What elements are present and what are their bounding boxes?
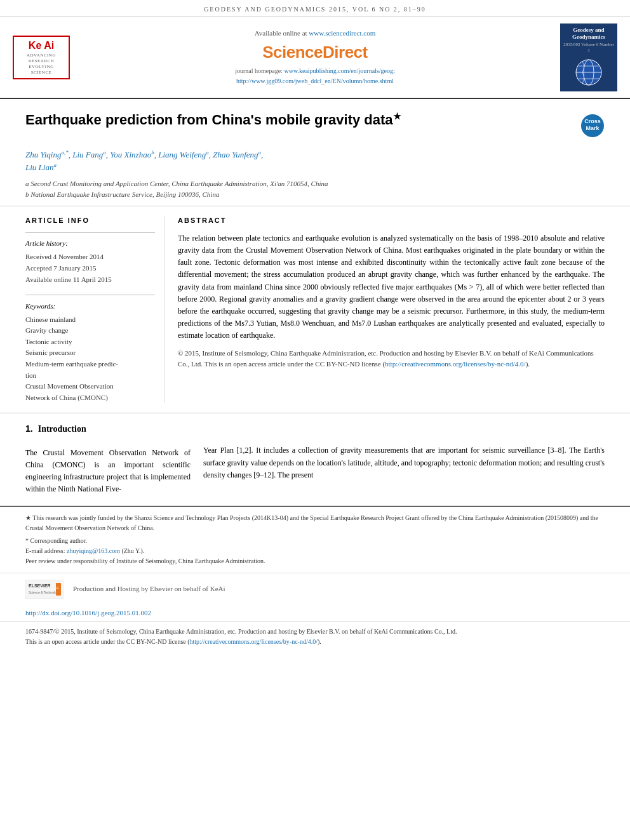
intro-left-col: 1. Introduction The Crustal Movement Obs…	[25, 423, 191, 495]
paper-title-section: Earthquake prediction from China's mobil…	[0, 99, 630, 206]
bottom-copyright: 1674-9847/© 2015, Institute of Seismolog…	[25, 628, 457, 635]
doi-line: http://dx.doi.org/10.1016/j.geog.2015.01…	[0, 605, 630, 621]
article-history: Article history: Received 4 November 201…	[25, 238, 155, 285]
intro-right-text: Year Plan [1,2]. It includes a collectio…	[203, 444, 605, 481]
section-number: 1.	[25, 423, 33, 436]
email-note: (Zhu Y.).	[121, 547, 144, 554]
keyword-4: Seismic precursor	[25, 347, 155, 359]
journal-cover: Geodesy and Geodynamics 2015/002 Volume …	[560, 23, 617, 91]
keyword-3: Tectonic activity	[25, 337, 155, 348]
keyword-1: Chinese mainland	[25, 314, 155, 326]
cover-title: Geodesy and Geodynamics	[563, 27, 614, 41]
ke-ai-logo: Ke Ai ADVANCING RESEARCH EVOLVING SCIENC…	[13, 36, 70, 79]
journal-links: journal homepage: www.keaipublishing.com…	[235, 66, 395, 86]
journal-link1[interactable]: www.keaipublishing.com/en/journals/geog	[284, 67, 393, 74]
keywords-label: Keywords:	[25, 302, 155, 311]
intro-right-col: Year Plan [1,2]. It includes a collectio…	[203, 423, 605, 495]
authors-line: Zhu Yiqinga,*, Liu Fanga, You Xinzhaob, …	[25, 149, 605, 173]
divider	[25, 232, 155, 233]
journal-link2[interactable]: http://www.jgg09.com/jweb_ddcl_en/EN/vol…	[236, 77, 394, 84]
star-footnote: ★ This research was jointly funded by th…	[25, 513, 605, 533]
cc-license-link[interactable]: http://creativecommons.org/licenses/by-n…	[385, 360, 526, 368]
divider2	[25, 295, 155, 295]
intro-left-text: The Crustal Movement Observation Network…	[25, 447, 191, 496]
keyword-2: Gravity change	[25, 325, 155, 337]
copyright-line: © 2015, Institute of Seismology, China E…	[178, 348, 605, 369]
logo-subtitle2: EVOLVING SCIENCE	[18, 64, 65, 76]
affiliation-b: b National Earthquake Infrastructure Ser…	[25, 189, 605, 200]
email-label: E-mail address:	[25, 547, 65, 554]
svg-text:Cross: Cross	[584, 118, 601, 124]
footnote-section: ★ This research was jointly funded by th…	[0, 506, 630, 573]
cover-vol: 2015/002 Volume 6 Number 2	[563, 42, 614, 55]
introduction-section: 1. Introduction The Crustal Movement Obs…	[0, 413, 630, 505]
keywords-section: Keywords: Chinese mainland Gravity chang…	[25, 302, 155, 403]
keyword-6: Crustal Movement Observation Network of …	[25, 381, 155, 403]
abstract-header: ABSTRACT	[178, 216, 605, 225]
article-info-col: ARTICLE INFO Article history: Received 4…	[25, 216, 165, 403]
svg-text:ELSEVIER: ELSEVIER	[29, 583, 51, 588]
keyword-5: Medium-term earthquake predic- tion	[25, 359, 155, 381]
email-link[interactable]: zhuyiqing@163.com	[67, 547, 120, 554]
bottom-bar: 1674-9847/© 2015, Institute of Seismolog…	[0, 621, 630, 652]
history-label: Article history:	[25, 238, 155, 250]
svg-text:Science & Technology: Science & Technology	[29, 590, 60, 594]
abstract-col: ABSTRACT The relation between plate tect…	[178, 216, 605, 403]
journal-info: GEODESY AND GEODYNAMICS 2015, VOL 6 NO 2…	[204, 6, 426, 13]
doi-link[interactable]: http://dx.doi.org/10.1016/j.geog.2015.01…	[25, 609, 151, 617]
svg-text:Mark: Mark	[586, 125, 600, 131]
crossmark-icon: Cross Mark	[580, 114, 605, 138]
svg-text:E: E	[57, 586, 59, 590]
logo-subtitle1: ADVANCING RESEARCH	[18, 53, 65, 64]
accepted-date: Accepted 7 January 2015	[25, 263, 155, 274]
corresponding-note: * Corresponding author.	[25, 537, 87, 544]
logo-area: Ke Ai ADVANCING RESEARCH EVOLVING SCIENC…	[13, 23, 70, 91]
bottom-cc-link[interactable]: http://creativecommons.org/licenses/by-n…	[190, 638, 318, 645]
top-bar: GEODESY AND GEODYNAMICS 2015, VOL 6 NO 2…	[0, 0, 630, 17]
affiliation-a: a Second Crust Monitoring and Applicatio…	[25, 178, 605, 189]
elsevier-production-text: Production and Hosting by Elsevier on be…	[73, 584, 225, 594]
elsevier-footer: ELSEVIER Science & Technology E Producti…	[0, 573, 630, 605]
received-date: Received 4 November 2014	[25, 251, 155, 263]
center-header: Available online at www.sciencedirect.co…	[76, 23, 554, 91]
logo-text: Ke Ai	[18, 39, 65, 53]
paper-title: Earthquake prediction from China's mobil…	[25, 110, 580, 130]
header-section: Ke Ai ADVANCING RESEARCH EVOLVING SCIENC…	[0, 17, 630, 99]
abstract-text: The relation between plate tectonics and…	[178, 232, 605, 342]
affiliations: a Second Crust Monitoring and Applicatio…	[25, 178, 605, 199]
cover-globe-icon	[573, 57, 605, 88]
available-online-date: Available online 11 April 2015	[25, 274, 155, 286]
article-info-abstract-section: ARTICLE INFO Article history: Received 4…	[0, 206, 630, 413]
peer-review-note: Peer review under responsibility of Inst…	[25, 556, 605, 566]
sciencedirect-title: ScienceDirect	[262, 41, 367, 63]
elsevier-logo: ELSEVIER Science & Technology E	[25, 580, 64, 599]
available-online-text: Available online at www.sciencedirect.co…	[255, 29, 376, 38]
article-info-header: ARTICLE INFO	[25, 216, 155, 225]
crossmark-badge: Cross Mark	[580, 114, 605, 141]
intro-title: Introduction	[38, 423, 86, 436]
sciencedirect-link[interactable]: www.sciencedirect.com	[309, 29, 375, 37]
